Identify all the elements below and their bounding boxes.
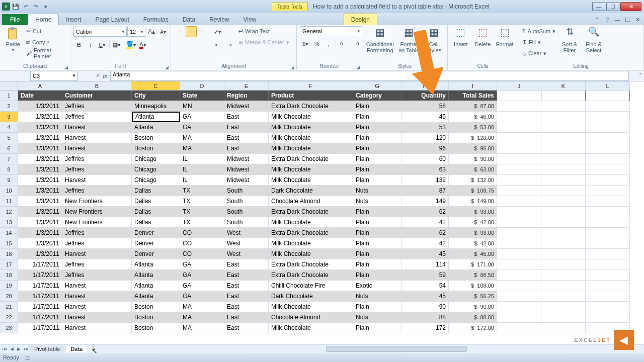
cell[interactable] (497, 175, 541, 186)
cell[interactable]: Midwest (224, 101, 269, 112)
formula-input[interactable]: Atlanta (110, 71, 629, 81)
cell[interactable]: East (224, 259, 269, 270)
cell[interactable] (497, 143, 541, 154)
cell[interactable] (541, 196, 586, 207)
cell[interactable]: 53 (401, 122, 449, 133)
cell[interactable]: $42.00 (449, 217, 497, 228)
cell[interactable] (497, 133, 541, 143)
cell[interactable] (497, 186, 541, 196)
cell[interactable]: Milk Chocolate (269, 217, 353, 228)
align-top-icon[interactable]: ≡ (174, 26, 185, 37)
cell[interactable]: IL (180, 154, 224, 164)
cell[interactable] (497, 112, 541, 122)
cell[interactable] (497, 207, 541, 217)
cell[interactable] (586, 259, 630, 270)
cell[interactable]: Chicago (132, 154, 180, 164)
cell[interactable] (586, 154, 630, 164)
cell[interactable]: Jeffries (62, 228, 132, 238)
col-header-A[interactable]: A (18, 81, 62, 90)
cell[interactable] (497, 196, 541, 207)
cell[interactable]: TX (180, 217, 224, 228)
cell[interactable]: 132 (401, 175, 449, 186)
cell[interactable]: Plain (353, 101, 401, 112)
cell[interactable]: South (224, 196, 269, 207)
cell[interactable]: 114 (401, 259, 449, 270)
underline-button[interactable]: U▾ (97, 39, 108, 50)
align-center-icon[interactable]: ≡ (186, 39, 197, 50)
cell[interactable]: Boston (132, 143, 180, 154)
font-name-combo[interactable]: Calibri▼ (73, 27, 127, 37)
tab-insert[interactable]: Insert (59, 14, 88, 25)
cell[interactable]: $42.00 (449, 238, 497, 249)
cell[interactable]: Harvest (62, 175, 132, 186)
cell[interactable]: Milk Chocolate (269, 249, 353, 259)
row-header[interactable]: 17 (0, 259, 18, 270)
cell[interactable]: Atlanta (132, 122, 180, 133)
cell[interactable]: Jeffries (62, 186, 132, 196)
table-header-cell[interactable]: City (132, 90, 180, 101)
cell[interactable] (541, 270, 586, 281)
cell[interactable]: 45 (401, 291, 449, 302)
sheet-nav-next-icon[interactable]: ▶ (15, 346, 22, 351)
tab-view[interactable]: View (236, 14, 264, 25)
cell[interactable]: 1/3/2011 (18, 112, 62, 122)
cell[interactable]: MA (180, 312, 224, 323)
row-header[interactable]: 4 (0, 122, 18, 133)
cell[interactable]: 62 (401, 228, 449, 238)
tab-formulas[interactable]: Formulas (136, 14, 176, 25)
font-dialog-icon[interactable]: ◢ (165, 65, 169, 70)
cell[interactable] (586, 228, 630, 238)
cell[interactable]: East (224, 133, 269, 143)
cell[interactable]: Milk Chocolate (269, 175, 353, 186)
clear-button[interactable]: ◇Clear▾ (521, 48, 556, 58)
cell[interactable]: 1/3/2011 (18, 249, 62, 259)
cell[interactable]: $46.00 (449, 112, 497, 122)
font-size-combo[interactable]: 12▼ (127, 27, 145, 37)
minimize-button[interactable]: — (592, 2, 605, 11)
tab-data[interactable]: Data (176, 14, 202, 25)
cell[interactable]: New Frontiers (62, 207, 132, 217)
col-header-H[interactable]: H (401, 81, 449, 90)
col-header-B[interactable]: B (62, 81, 132, 90)
sheet-nav-first-icon[interactable]: ⏮ (1, 346, 8, 351)
row-header[interactable]: 5 (0, 133, 18, 143)
cell[interactable]: 172 (401, 323, 449, 333)
delete-cells-button[interactable]: ⬚Delete (473, 26, 493, 47)
cell[interactable]: 1/3/2011 (18, 122, 62, 133)
cell[interactable]: 46 (401, 112, 449, 122)
cell[interactable] (541, 302, 586, 312)
grow-font-icon[interactable]: A▴ (146, 26, 157, 37)
cell[interactable]: 88 (401, 312, 449, 323)
table-header-cell[interactable]: Category (353, 90, 401, 101)
cell[interactable] (497, 323, 541, 333)
clipboard-dialog-icon[interactable]: ◢ (64, 65, 68, 70)
cell[interactable]: $149.00 (449, 196, 497, 207)
cell[interactable]: Midwest (224, 164, 269, 175)
cell[interactable] (541, 217, 586, 228)
merge-center-button[interactable]: ⊞Merge & Center▾ (237, 37, 290, 47)
cell[interactable]: West (224, 249, 269, 259)
cell[interactable]: Plain (353, 143, 401, 154)
cell[interactable] (541, 259, 586, 270)
cell[interactable]: Extra Dark Chocolate (269, 270, 353, 281)
cell[interactable] (541, 122, 586, 133)
row-header[interactable]: 6 (0, 143, 18, 154)
cell[interactable]: $171.00 (449, 259, 497, 270)
cell[interactable]: 1/3/2011 (18, 238, 62, 249)
cell[interactable] (586, 302, 630, 312)
cell[interactable]: MA (180, 143, 224, 154)
cell[interactable] (497, 217, 541, 228)
font-color-button[interactable]: A▾ (137, 39, 148, 50)
cell[interactable]: Extra Dark Chocolate (269, 228, 353, 238)
cell[interactable] (586, 217, 630, 228)
cell[interactable]: Plain (353, 207, 401, 217)
col-header-D[interactable]: D (180, 81, 224, 90)
row-header-1[interactable]: 1 (0, 90, 18, 101)
tab-home[interactable]: Home (28, 14, 59, 25)
macro-record-icon[interactable]: ◻ (25, 354, 30, 361)
cell[interactable]: Atlanta (132, 259, 180, 270)
cell[interactable]: TX (180, 196, 224, 207)
cell[interactable]: East (224, 312, 269, 323)
number-format-combo[interactable]: General▼ (300, 26, 362, 36)
row-header[interactable]: 13 (0, 217, 18, 228)
